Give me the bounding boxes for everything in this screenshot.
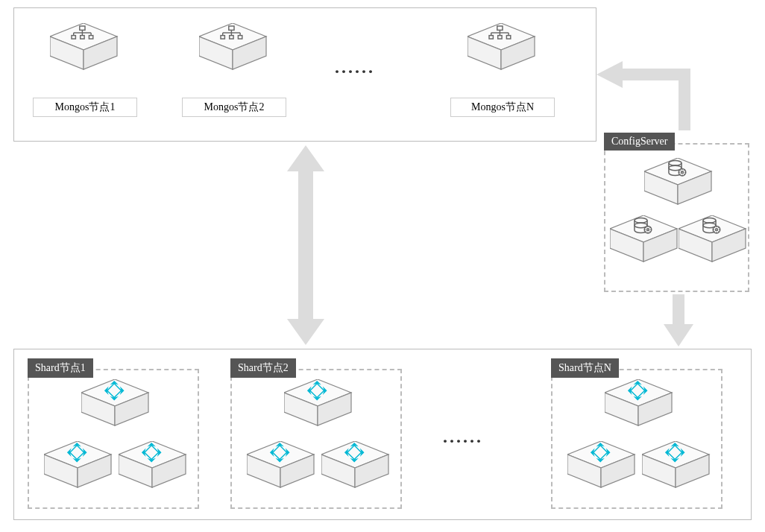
- mongos-node-2-label: Mongos节点2: [182, 98, 286, 117]
- shard-ellipsis: ······: [443, 431, 483, 452]
- mongos-ellipsis: ······: [335, 62, 375, 82]
- arrow-mongos-shard: [283, 145, 328, 345]
- shard-2-cube-right: [321, 441, 390, 492]
- cube-icon: [247, 441, 315, 489]
- cube-icon: [81, 379, 150, 427]
- config-cube-top: [644, 158, 713, 209]
- cube-icon: [119, 441, 187, 489]
- shard-node-2-label: Shard节点2: [230, 358, 296, 378]
- cube-icon: [44, 441, 113, 489]
- cube-icon: [642, 441, 711, 489]
- shard-2-cube-top: [284, 379, 353, 430]
- mongos-container: Mongos节点1 Mongos节点2 ······ Mongos节点N: [13, 7, 596, 142]
- cube-icon: [50, 23, 119, 71]
- mongos-node-2-cube: [199, 23, 268, 74]
- cube-icon: [468, 23, 536, 71]
- arrow-config-to-shard: [664, 294, 693, 346]
- shard-node-n-box: [551, 369, 722, 509]
- arrow-config-to-mongos: [596, 52, 701, 134]
- mongos-node-1-cube: [50, 23, 119, 74]
- shard-n-cube-top: [605, 379, 673, 430]
- shard-n-cube-right: [642, 441, 711, 492]
- shard-node-1-label: Shard节点1: [28, 358, 93, 378]
- shard-1-cube-right: [119, 441, 187, 492]
- mongos-node-n-label: Mongos节点N: [450, 98, 555, 117]
- shard-node-2-box: [230, 369, 402, 509]
- shard-1-cube-left: [44, 441, 113, 492]
- cube-icon: [679, 215, 747, 263]
- cube-icon: [605, 379, 673, 427]
- cube-icon: [567, 441, 636, 489]
- cube-icon: [644, 158, 713, 206]
- mongos-node-n-cube: [468, 23, 536, 74]
- config-cube-left: [610, 215, 679, 266]
- shard-1-cube-top: [81, 379, 150, 430]
- mongos-node-1-label: Mongos节点1: [33, 98, 137, 117]
- config-cube-right: [679, 215, 747, 266]
- shard-node-1-box: [28, 369, 199, 509]
- cube-icon: [284, 379, 353, 427]
- svg-marker-26: [664, 294, 693, 346]
- shard-container: Shard节点1 Shard节点2 ······ Shard节点N: [13, 349, 752, 520]
- shard-n-cube-left: [567, 441, 636, 492]
- shard-node-n-label: Shard节点N: [551, 358, 619, 378]
- shard-2-cube-left: [247, 441, 315, 492]
- config-server-box: [604, 143, 749, 292]
- cube-icon: [610, 215, 679, 263]
- cube-icon: [199, 23, 268, 71]
- cube-icon: [321, 441, 390, 489]
- config-server-label: ConfigServer: [604, 133, 675, 151]
- svg-marker-25: [287, 145, 324, 345]
